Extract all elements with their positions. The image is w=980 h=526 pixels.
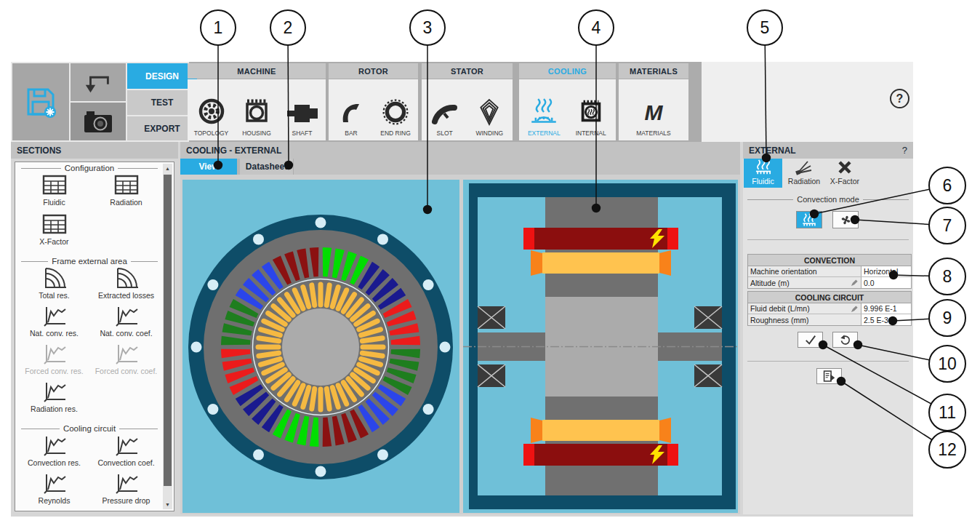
screenshot-button[interactable] (71, 103, 126, 140)
line-chart-icon (114, 434, 139, 456)
sections-item-fluidic[interactable]: Fluidic (18, 174, 90, 207)
export-results-button[interactable] (816, 368, 842, 384)
cooling-internal-button[interactable]: INTERNAL (569, 83, 613, 137)
toolbar-group-materials: MATERIALS M MATERIALS (619, 63, 688, 140)
bar-label: BAR (345, 129, 357, 137)
machine-orientation-value[interactable]: Horizontal (861, 266, 911, 276)
sections-item-radiation-res[interactable]: Radiation res. (18, 380, 90, 413)
housing-icon (242, 97, 271, 126)
line-chart-icon (114, 305, 139, 327)
materials-group-label: MATERIALS (619, 63, 688, 79)
materials-button[interactable]: M MATERIALS (632, 83, 675, 137)
motor-axial-section (463, 180, 738, 513)
tab-xfactor[interactable]: X-Factor (826, 159, 864, 188)
line-chart-icon (42, 434, 67, 456)
sections-item-convection-coef[interactable]: Convection coef. (90, 434, 162, 467)
svg-text:1: 1 (214, 18, 223, 37)
export-mode-button[interactable]: EXPORT (127, 116, 197, 140)
external-cooling-panel: Fluidic Radiation X-Factor Convection mo… (743, 159, 913, 514)
svg-text:9: 9 (943, 308, 952, 327)
rotor-group-label: ROTOR (329, 63, 418, 79)
svg-text:4: 4 (592, 18, 601, 37)
housing-button[interactable]: HOUSING (235, 83, 278, 137)
test-mode-button[interactable]: TEST (127, 90, 197, 115)
svg-text:10: 10 (938, 354, 957, 373)
natural-convection-icon (801, 213, 817, 227)
external-cooling-icon (530, 98, 558, 126)
tab-datasheet[interactable]: Datasheet (240, 159, 293, 175)
toolbar-group-stator: STATOR SLOT WINDING (422, 63, 513, 140)
cooling-external-button[interactable]: EXTERNAL (522, 83, 566, 137)
scrollbar-down-arrow[interactable]: ▼ (163, 500, 172, 509)
undo-button[interactable] (71, 63, 126, 101)
line-chart-icon (42, 472, 67, 494)
radial-view-canvas[interactable] (182, 180, 459, 513)
motor-cross-section (182, 180, 459, 513)
configuration-separator: Configuration (21, 164, 158, 172)
natural-convection-button[interactable] (796, 211, 822, 228)
scrollbar-thumb[interactable] (164, 175, 172, 486)
convection-table: CONVECTION Machine orientation Horizonta… (747, 254, 912, 289)
cooling-circuit-separator: Cooling circuit (21, 424, 158, 433)
slot-button[interactable]: SLOT (423, 83, 467, 137)
undo-arrow-icon (82, 70, 114, 95)
help-button[interactable]: ? (890, 89, 909, 108)
forced-convection-button[interactable] (832, 211, 859, 228)
topology-label: TOPOLOGY (194, 129, 229, 137)
camera-icon (83, 109, 113, 134)
table-icon (41, 213, 68, 235)
center-panel-header: COOLING - EXTERNAL (180, 142, 740, 159)
sections-item-xfactor[interactable]: X-Factor (18, 213, 90, 246)
shaft-label: SHAFT (292, 129, 313, 137)
axial-view-canvas[interactable] (463, 180, 738, 513)
sections-scrollbar[interactable]: ▲ ▼ (163, 164, 172, 509)
end-ring-button[interactable]: END RING (374, 83, 417, 137)
toolbar-group-machine: MACHINE TOPOLOGY HOUSING (188, 63, 326, 140)
sections-item-forced-conv-res[interactable]: Forced conv. res. (18, 343, 90, 375)
line-chart-icon (42, 305, 67, 327)
winding-button[interactable]: WINDING (467, 83, 511, 137)
sections-item-radiation[interactable]: Radiation (90, 174, 162, 207)
end-ring-icon (382, 98, 409, 126)
tab-fluidic[interactable]: Fluidic (744, 159, 782, 188)
cooling-group-label: COOLING (519, 63, 616, 79)
convection-table-title: CONVECTION (748, 255, 911, 266)
bar-button[interactable]: BAR (329, 83, 373, 137)
sections-item-convection-res[interactable]: Convection res. (18, 434, 90, 467)
sections-item-nat-conv-res[interactable]: Nat. conv. res. (18, 305, 90, 338)
svg-text:8: 8 (943, 267, 952, 286)
svg-text:5: 5 (760, 18, 770, 37)
fluid-debit-label: Fluid debit (L/mn) (748, 303, 861, 314)
shaft-button[interactable]: SHAFT (281, 83, 324, 137)
sections-item-pressure-drop[interactable]: Pressure drop (90, 472, 162, 505)
tab-view[interactable]: View (180, 159, 237, 175)
design-mode-button[interactable]: DESIGN (127, 63, 197, 89)
end-ring-label: END RING (380, 129, 411, 137)
svg-text:7: 7 (943, 216, 952, 235)
save-floppy-icon (24, 85, 57, 119)
line-chart-icon (114, 472, 139, 494)
sections-item-total-res[interactable]: Total res. (18, 267, 90, 300)
apply-button[interactable] (798, 332, 823, 348)
resistance-map-icon (113, 267, 140, 289)
topology-icon (197, 97, 226, 126)
radiation-icon (795, 159, 813, 175)
svg-text:M: M (645, 100, 664, 124)
shaft-icon (286, 101, 318, 126)
sections-item-nat-conv-coef[interactable]: Nat. conv. coef. (90, 305, 162, 338)
altitude-label: Altitude (m) (748, 277, 861, 288)
cooling-circuit-table-title: COOLING CIRCUIT (748, 292, 911, 303)
scrollbar-up-arrow[interactable]: ▲ (163, 164, 172, 173)
right-panel-help[interactable]: ? (902, 145, 907, 156)
fluid-debit-value[interactable]: 9.996 E-1 (861, 303, 911, 314)
roughness-value[interactable]: 2.5 E-3 (861, 314, 911, 325)
table-icon (113, 174, 140, 196)
reset-button[interactable] (832, 332, 858, 348)
topology-button[interactable]: TOPOLOGY (190, 83, 233, 137)
save-button[interactable] (12, 63, 69, 140)
tab-radiation[interactable]: Radiation (784, 159, 824, 188)
sections-item-reynolds[interactable]: Reynolds (18, 472, 90, 505)
sections-item-forced-conv-coef[interactable]: Forced conv. coef. (90, 343, 162, 375)
sections-item-extracted-losses[interactable]: Extracted losses (90, 267, 162, 300)
altitude-value[interactable]: 0.0 (861, 277, 911, 288)
